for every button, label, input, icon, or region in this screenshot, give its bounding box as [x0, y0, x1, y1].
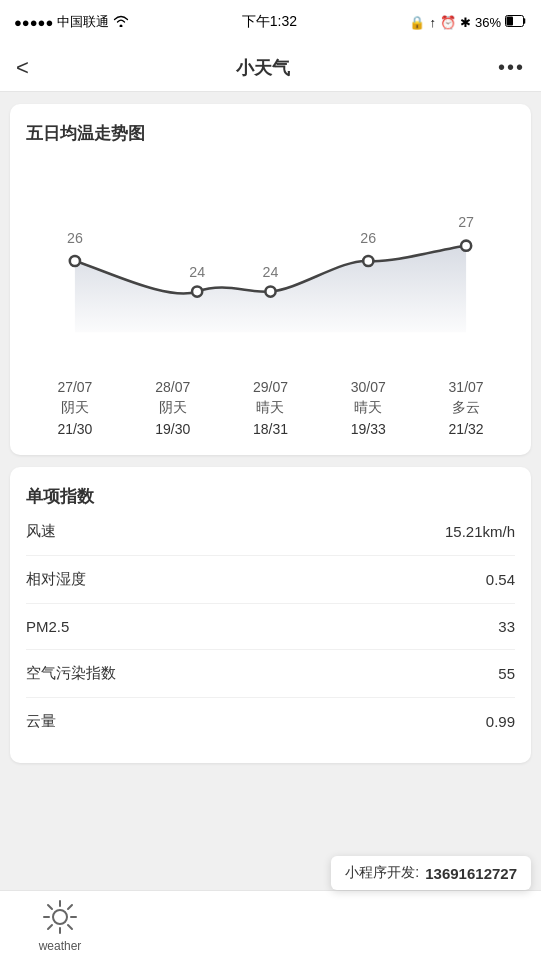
- day-weather-3: 晴天: [319, 399, 417, 417]
- alarm-icon: ⏰: [440, 15, 456, 30]
- day-temp-0: 21/30: [26, 421, 124, 437]
- tab-weather-label: weather: [39, 939, 82, 953]
- gps-icon: ↑: [429, 15, 436, 30]
- day-weather-0: 阴天: [26, 399, 124, 417]
- index-value-3: 55: [498, 665, 515, 682]
- svg-line-17: [48, 905, 52, 909]
- day-col-3: 30/07 晴天 19/33: [319, 379, 417, 437]
- svg-text:26: 26: [67, 230, 83, 246]
- day-weather-2: 晴天: [222, 399, 320, 417]
- index-label-0: 风速: [26, 522, 56, 541]
- svg-point-12: [53, 910, 67, 924]
- nav-bar: < 小天气 •••: [0, 44, 541, 92]
- index-card: 单项指数 风速 15.21km/h 相对湿度 0.54 PM2.5 33 空气污…: [10, 467, 531, 763]
- day-temp-1: 19/30: [124, 421, 222, 437]
- day-date-0: 27/07: [26, 379, 124, 395]
- wifi-icon: [113, 15, 129, 30]
- temperature-chart: 26 24 24 26 27: [26, 161, 515, 361]
- index-label-1: 相对湿度: [26, 570, 86, 589]
- day-date-1: 28/07: [124, 379, 222, 395]
- day-col-0: 27/07 阴天 21/30: [26, 379, 124, 437]
- index-row-2: PM2.5 33: [26, 604, 515, 650]
- index-row-0: 风速 15.21km/h: [26, 508, 515, 556]
- day-col-1: 28/07 阴天 19/30: [124, 379, 222, 437]
- days-grid: 27/07 阴天 21/30 28/07 阴天 19/30 29/07 晴天 1…: [26, 379, 515, 437]
- bluetooth-icon: ✱: [460, 15, 471, 30]
- index-value-2: 33: [498, 618, 515, 635]
- chart-area: 26 24 24 26 27: [26, 161, 515, 361]
- index-label-2: PM2.5: [26, 618, 69, 635]
- tab-bar: weather: [0, 890, 541, 960]
- svg-text:24: 24: [263, 264, 279, 280]
- svg-text:24: 24: [189, 264, 205, 280]
- sun-icon: [42, 899, 78, 935]
- index-label-3: 空气污染指数: [26, 664, 116, 683]
- index-row-1: 相对湿度 0.54: [26, 556, 515, 604]
- day-col-4: 31/07 多云 21/32: [417, 379, 515, 437]
- tab-weather[interactable]: weather: [20, 899, 100, 953]
- carrier-label: 中国联通: [57, 13, 109, 31]
- svg-rect-1: [506, 16, 513, 25]
- index-row-3: 空气污染指数 55: [26, 650, 515, 698]
- day-weather-1: 阴天: [124, 399, 222, 417]
- battery-icon: [505, 15, 527, 30]
- day-date-3: 30/07: [319, 379, 417, 395]
- index-title: 单项指数: [26, 485, 515, 508]
- day-temp-4: 21/32: [417, 421, 515, 437]
- day-temp-3: 19/33: [319, 421, 417, 437]
- index-label-4: 云量: [26, 712, 56, 731]
- svg-line-19: [68, 905, 72, 909]
- status-left: ●●●●● 中国联通: [14, 13, 129, 31]
- index-value-0: 15.21km/h: [445, 523, 515, 540]
- promo-banner: 小程序开发: 13691612727: [331, 856, 531, 890]
- chart-title: 五日均温走势图: [26, 122, 515, 145]
- status-time: 下午1:32: [242, 13, 297, 31]
- day-col-2: 29/07 晴天 18/31: [222, 379, 320, 437]
- promo-phone: 13691612727: [425, 865, 517, 882]
- day-temp-2: 18/31: [222, 421, 320, 437]
- status-right: 🔒 ↑ ⏰ ✱ 36%: [409, 15, 527, 30]
- back-button[interactable]: <: [16, 57, 29, 79]
- location-icon: 🔒: [409, 15, 425, 30]
- promo-prefix: 小程序开发:: [345, 864, 419, 882]
- index-value-4: 0.99: [486, 713, 515, 730]
- index-row-4: 云量 0.99: [26, 698, 515, 745]
- bottom-spacer: [0, 775, 541, 865]
- day-weather-4: 多云: [417, 399, 515, 417]
- svg-line-20: [48, 925, 52, 929]
- svg-point-4: [265, 286, 275, 296]
- more-button[interactable]: •••: [498, 56, 525, 79]
- svg-text:26: 26: [360, 230, 376, 246]
- svg-text:27: 27: [458, 214, 474, 230]
- page-title: 小天气: [236, 56, 290, 80]
- status-bar: ●●●●● 中国联通 下午1:32 🔒 ↑ ⏰ ✱ 36%: [0, 0, 541, 44]
- svg-point-3: [192, 286, 202, 296]
- svg-point-5: [363, 256, 373, 266]
- day-date-4: 31/07: [417, 379, 515, 395]
- day-date-2: 29/07: [222, 379, 320, 395]
- svg-point-2: [70, 256, 80, 266]
- svg-line-18: [68, 925, 72, 929]
- chart-card: 五日均温走势图: [10, 104, 531, 455]
- battery-label: 36%: [475, 15, 501, 30]
- main-content: 五日均温走势图: [0, 92, 541, 877]
- index-value-1: 0.54: [486, 571, 515, 588]
- svg-point-6: [461, 241, 471, 251]
- signal-dots: ●●●●●: [14, 15, 53, 30]
